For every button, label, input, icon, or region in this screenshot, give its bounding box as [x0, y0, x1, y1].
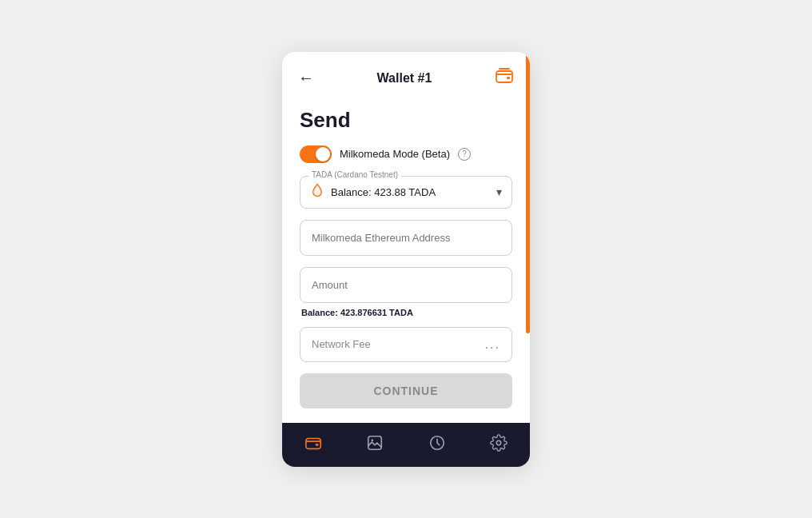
settings-nav-icon [490, 434, 508, 456]
chevron-down-icon: ▾ [496, 185, 502, 198]
token-select-inner: Balance: 423.88 TADA ▾ [310, 183, 502, 201]
nav-item-history[interactable] [428, 434, 446, 456]
svg-point-5 [372, 439, 374, 441]
balance-value: 423.876631 [340, 308, 387, 317]
back-button[interactable]: ← [298, 69, 314, 87]
wallet-icon[interactable] [495, 66, 514, 90]
wallet-nav-icon [304, 434, 322, 456]
send-title: Send [300, 108, 512, 133]
balance-hint: Balance: 423.876631 TADA [300, 308, 512, 317]
token-icon [310, 183, 324, 201]
content-area: Send Milkomeda Mode (Beta) ? TADA (Carda… [282, 102, 530, 423]
svg-rect-0 [496, 71, 512, 82]
milkomeda-mode-row: Milkomeda Mode (Beta) ? [300, 145, 512, 163]
help-icon[interactable]: ? [458, 148, 471, 161]
token-balance: Balance: 423.88 TADA [331, 186, 436, 198]
header: ← Wallet #1 [282, 52, 530, 102]
milkomeda-toggle[interactable] [300, 145, 332, 163]
phone-card: ← Wallet #1 Send Milkomeda Mode (Beta) ?… [282, 52, 530, 467]
nav-item-wallet[interactable] [304, 434, 322, 456]
bottom-nav [282, 423, 530, 467]
network-fee-dots: ... [485, 337, 500, 352]
token-selector[interactable]: TADA (Cardano Testnet) Balance: 423.88 T… [300, 176, 512, 209]
token-info: Balance: 423.88 TADA [310, 183, 436, 201]
continue-button[interactable]: CONTINUE [300, 373, 512, 408]
gallery-nav-icon [366, 434, 384, 456]
network-fee-row: Network Fee ... [300, 327, 512, 362]
svg-point-7 [497, 440, 502, 445]
nav-item-gallery[interactable] [366, 434, 384, 456]
svg-rect-3 [316, 443, 319, 445]
network-fee-label: Network Fee [312, 338, 371, 350]
token-label: TADA (Cardano Testnet) [308, 170, 401, 179]
svg-rect-4 [368, 436, 382, 449]
history-nav-icon [428, 434, 446, 456]
milkomeda-label: Milkomeda Mode (Beta) [340, 148, 450, 160]
svg-rect-1 [507, 77, 510, 79]
amount-input[interactable] [300, 267, 512, 303]
ethereum-address-input[interactable] [300, 220, 512, 256]
svg-rect-2 [306, 438, 320, 448]
page-title: Wallet #1 [377, 71, 432, 86]
nav-item-settings[interactable] [490, 434, 508, 456]
